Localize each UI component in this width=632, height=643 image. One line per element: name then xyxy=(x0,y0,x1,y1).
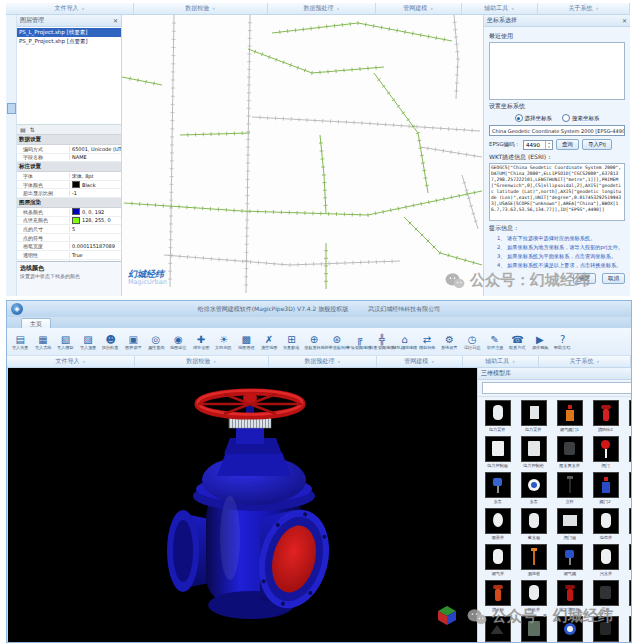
property-row[interactable]: 点的尺寸5 xyxy=(17,225,121,234)
toolbar-button-19[interactable]: ⚙系统设置 xyxy=(438,334,461,350)
layer-item[interactable]: PS_L_Project.shp [线要素] xyxy=(17,28,121,37)
toolbar-button-7[interactable]: ◉地图定位 xyxy=(167,334,190,350)
group-launcher-icon[interactable]: ∨ xyxy=(596,359,599,364)
model-item[interactable]: 闸门 xyxy=(588,436,623,471)
propertygrid-toolbar-icon-0[interactable]: ▤ xyxy=(20,126,26,133)
ok-button[interactable]: 确定 xyxy=(573,273,596,284)
model-item[interactable]: 消火栓 xyxy=(480,580,515,615)
toolbar-button-9[interactable]: ☀太阳光照 xyxy=(212,334,235,350)
model-item[interactable]: 电力窨井 xyxy=(480,400,515,435)
close-icon[interactable]: ✕ xyxy=(622,17,627,24)
property-row[interactable]: 字段名称NAME xyxy=(17,154,121,163)
model-item[interactable] xyxy=(588,616,623,643)
group-launcher-icon[interactable]: ∨ xyxy=(337,359,340,364)
ribbon-group-1[interactable]: 数据校验∨ xyxy=(135,356,269,367)
toolbar-button-14[interactable]: ⊛跨带坐标转换 xyxy=(325,334,348,350)
model-item[interactable]: 配电柜 xyxy=(624,580,632,615)
toolbar-button-24[interactable]: ?帮助文档 xyxy=(551,334,574,350)
property-row[interactable]: 字体宋体, 8pt xyxy=(17,172,121,181)
group-launcher-icon[interactable]: ∨ xyxy=(595,6,598,11)
model-item[interactable]: 污水井 xyxy=(588,544,623,579)
toolbar-button-6[interactable]: ◎属性查询 xyxy=(145,334,168,350)
property-row[interactable]: 线条颜色0, 0, 192 xyxy=(17,208,121,217)
recent-listbox[interactable] xyxy=(489,42,625,100)
toolbar-button-12[interactable]: ⊞矢量配准 xyxy=(280,334,303,350)
model-search-input[interactable] xyxy=(482,382,632,394)
ribbon-group-0[interactable]: 文件导入∨ xyxy=(6,3,134,14)
model-item[interactable]: 电力控制箱 xyxy=(480,436,515,471)
model-item[interactable] xyxy=(552,616,587,643)
model-item[interactable]: 阀门2 xyxy=(588,472,623,507)
model-item[interactable]: 消防栓3 xyxy=(624,400,632,435)
ribbon-group-4[interactable]: 辅助工具∨ xyxy=(463,356,539,367)
model-item[interactable]: 阀门3 xyxy=(624,472,632,507)
ribbon-group-5[interactable]: 关于系统∨ xyxy=(538,3,630,14)
coord-system-dropdown[interactable]: China Geodetic Coordinate System 2000 [E… xyxy=(489,125,625,136)
property-row[interactable]: 超出显示比例-1 xyxy=(17,189,121,198)
group-launcher-icon[interactable]: ∨ xyxy=(512,359,515,364)
model-item[interactable]: 电信井 xyxy=(624,508,632,543)
ribbon-group-2[interactable]: 数据预处理∨ xyxy=(269,356,377,367)
group-launcher-icon[interactable]: ∨ xyxy=(430,6,433,11)
tab-home[interactable]: 主页 xyxy=(21,318,51,328)
model-item[interactable]: 地下消防栓 xyxy=(552,580,587,615)
group-launcher-icon[interactable]: ∨ xyxy=(81,6,84,11)
close-icon[interactable]: ✕ xyxy=(113,17,118,24)
query-button[interactable]: 查询 xyxy=(556,139,579,150)
radio-search-coord[interactable]: 搜索坐标系 xyxy=(562,114,600,122)
model-item[interactable]: 电力窨井 xyxy=(516,400,551,435)
toolbar-button-3[interactable]: ▨导入测量 xyxy=(77,334,100,350)
toolbar-button-21[interactable]: ✎软件注册 xyxy=(483,334,506,350)
import-prj-button[interactable]: 导入Prj xyxy=(582,139,612,150)
property-row[interactable]: 点的符号 xyxy=(17,234,121,243)
model-item[interactable]: 测流桩 xyxy=(516,544,551,579)
model-item[interactable]: 水表 xyxy=(516,472,551,507)
model-item[interactable]: 蓄水箱 xyxy=(516,508,551,543)
property-row[interactable]: 画笔宽度0.000115187089 xyxy=(17,242,121,251)
model-item[interactable]: 燃气阀门1 xyxy=(552,400,587,435)
model-item[interactable]: 窨井 xyxy=(588,580,623,615)
model-item[interactable]: 立杆 xyxy=(552,472,587,507)
ribbon-group-4[interactable]: 辅助工具∨ xyxy=(462,3,538,14)
toolbar-button-15[interactable]: ╔单项管网建模 xyxy=(348,334,371,350)
property-row[interactable]: 编码方式65001, Unicode (UTF-8), xyxy=(17,145,121,154)
toolbar-button-8[interactable]: ✚缩放全图 xyxy=(190,334,213,350)
toolbar-button-20[interactable]: ◷运行日志 xyxy=(461,334,484,350)
model-item[interactable]: 给水井 xyxy=(516,580,551,615)
toolbar-button-17[interactable]: ⌂建筑精细建模 xyxy=(393,334,416,350)
model-item[interactable]: 消防栓2 xyxy=(588,400,623,435)
map-canvas[interactable]: 幻城经纬 MagicUrban xyxy=(122,15,483,296)
model-item[interactable]: 燃气阀 xyxy=(552,544,587,579)
propertygrid-toolbar-icon-1[interactable]: ⇅ xyxy=(30,126,35,133)
toolbar-button-10[interactable]: ▩地图透明 xyxy=(235,334,258,350)
toolbar-button-5[interactable]: ▣图层管理 xyxy=(122,334,145,350)
toolbar-button-23[interactable]: ▶操作视频 xyxy=(529,334,552,350)
3d-viewport[interactable] xyxy=(8,368,477,643)
group-launcher-icon[interactable]: ∨ xyxy=(213,359,216,364)
toolbar-button-18[interactable]: ⇄模型转换 xyxy=(416,334,439,350)
model-item[interactable]: 燃气井 xyxy=(480,544,515,579)
model-item[interactable]: 水表 xyxy=(480,472,515,507)
epsg-input[interactable]: 4490 ▴▾ xyxy=(523,140,553,150)
ribbon-group-3[interactable]: 管网建模∨ xyxy=(376,3,462,14)
model-item[interactable]: 闸门箱 xyxy=(552,508,587,543)
radio-select-coord[interactable]: 选择坐标系 xyxy=(515,114,553,122)
property-row[interactable]: 字体颜色Black xyxy=(17,181,121,190)
model-item[interactable]: 路障 xyxy=(480,616,515,643)
model-item[interactable]: 圆形井 xyxy=(480,508,515,543)
model-item[interactable]: 方井 xyxy=(624,436,632,471)
toolbar-button-22[interactable]: ☎联系方式 xyxy=(506,334,529,350)
group-launcher-icon[interactable]: ∨ xyxy=(82,359,85,364)
layer-item[interactable]: PS_P_Project.shp [点要素] xyxy=(17,37,121,46)
toolbar-button-16[interactable]: ╬批量管网建模 xyxy=(371,334,394,350)
cancel-button[interactable]: 取消 xyxy=(602,273,625,284)
ribbon-group-2[interactable]: 数据预处理∨ xyxy=(268,3,376,14)
toolbar-button-2[interactable]: ▧导入模型 xyxy=(54,334,77,350)
group-launcher-icon[interactable]: ∨ xyxy=(431,359,434,364)
model-item[interactable]: 控制柜 xyxy=(624,544,632,579)
model-item[interactable]: 电力控制柜 xyxy=(516,436,551,471)
property-row[interactable]: 点填充颜色128, 255, 0 xyxy=(17,217,121,226)
ribbon-group-3[interactable]: 管网建模∨ xyxy=(377,356,463,367)
toolbar-button-13[interactable]: ⊕坐标系转换 xyxy=(303,334,326,350)
toolbar-button-0[interactable]: ▤导入矢量 xyxy=(9,334,32,350)
